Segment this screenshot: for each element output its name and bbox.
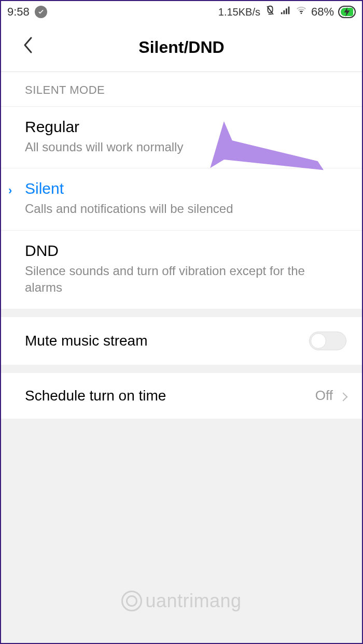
chevron-right-icon: › [8, 184, 12, 197]
check-badge-icon [35, 6, 47, 18]
svg-rect-1 [283, 10, 285, 14]
mode-title: DND [25, 242, 338, 260]
row-label: Mute music stream [25, 333, 148, 349]
toggle-knob [311, 333, 326, 349]
mute-music-row[interactable]: Mute music stream [1, 317, 362, 365]
row-label: Schedule turn on time [25, 388, 166, 404]
mode-title: Silent [25, 180, 338, 197]
watermark: uantrimang [1, 590, 362, 612]
svg-rect-2 [286, 8, 287, 14]
status-bar: 9:58 1.15KB/s 68% [1, 1, 362, 23]
schedule-row[interactable]: Schedule turn on time Off [1, 373, 362, 419]
mode-item-regular[interactable]: Regular All sounds will work normally [1, 107, 362, 168]
mode-desc: All sounds will work normally [25, 139, 338, 155]
mode-list: Regular All sounds will work normally › … [1, 107, 362, 309]
app-header: Silent/DND [1, 23, 362, 72]
battery-percent: 68% [311, 5, 334, 19]
mode-item-dnd[interactable]: DND Silence sounds and turn off vibratio… [1, 231, 362, 309]
row-value: Off [315, 388, 333, 404]
toggle-switch[interactable] [309, 332, 346, 350]
svg-rect-3 [288, 7, 290, 15]
mode-item-silent[interactable]: › Silent Calls and notifications will be… [1, 168, 362, 230]
mute-icon [264, 5, 276, 19]
mode-title: Regular [25, 118, 338, 136]
back-button[interactable] [22, 36, 33, 59]
mode-desc: Silence sounds and turn off vibration ex… [25, 263, 338, 296]
chevron-right-icon [338, 388, 346, 404]
wifi-icon [296, 5, 307, 19]
section-header-silent-mode: SILENT MODE [1, 72, 362, 107]
battery-icon [338, 6, 356, 18]
watermark-icon [121, 591, 142, 611]
svg-point-4 [301, 12, 302, 14]
page-title: Silent/DND [1, 38, 362, 57]
watermark-text: uantrimang [145, 590, 241, 612]
signal-icon [280, 5, 291, 19]
status-data-rate: 1.15KB/s [218, 6, 260, 18]
svg-rect-0 [281, 12, 283, 15]
status-time: 9:58 [7, 5, 30, 19]
mode-desc: Calls and notifications will be silenced [25, 201, 338, 217]
